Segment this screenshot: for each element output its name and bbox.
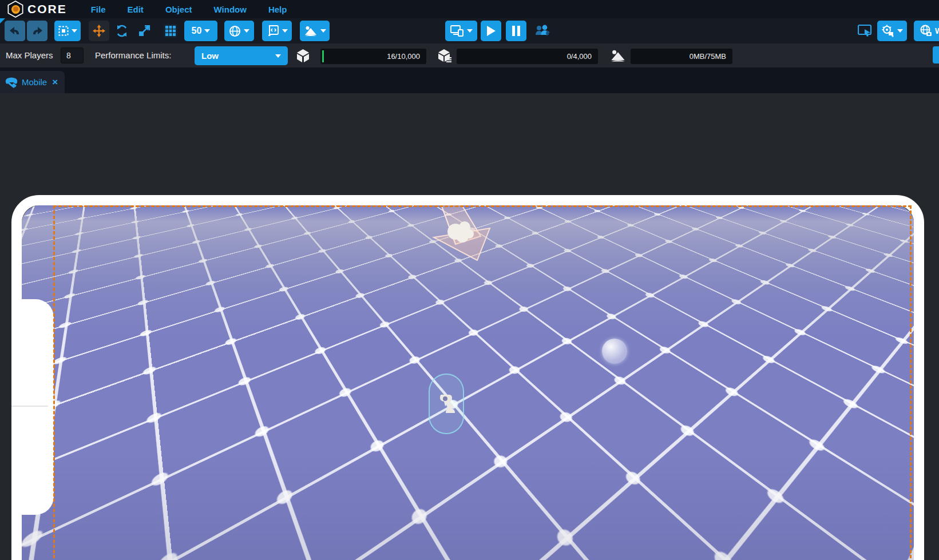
performance-limits-label: Performance Limits:	[95, 50, 171, 60]
menu-object[interactable]: Object	[165, 5, 192, 14]
max-players-input[interactable]	[61, 47, 84, 63]
grid-snap-button[interactable]	[161, 21, 180, 41]
terrain-icon	[304, 25, 318, 37]
move-tool-button[interactable]	[89, 21, 109, 41]
multiplayer-preview-button[interactable]	[532, 21, 553, 41]
core-logo-icon	[7, 1, 24, 18]
script-dropdown[interactable]	[262, 21, 292, 41]
cinematic-camera-dropdown[interactable]	[877, 21, 907, 41]
menu-window[interactable]: Window	[214, 5, 247, 14]
redo-button[interactable]	[27, 21, 47, 41]
snap-size-value: 50	[192, 26, 202, 36]
networked-object-count-meter: 0/4,000	[457, 49, 598, 64]
safe-area-outline	[53, 205, 912, 560]
chevron-down-icon	[320, 29, 326, 35]
terrain-dropdown[interactable]	[300, 21, 330, 41]
chevron-down-icon	[282, 29, 288, 35]
device-frame-left-bulge	[11, 299, 54, 515]
viewport-panel: Z X Y	[0, 93, 939, 560]
snap-size-dropdown[interactable]: 50	[184, 21, 217, 41]
world-capture-button[interactable]: W	[914, 21, 939, 41]
rotate-tool-icon	[115, 24, 129, 38]
play-icon	[486, 26, 496, 36]
undo-button[interactable]	[5, 21, 25, 41]
menu-items: File Edit Object Window Help	[91, 5, 287, 14]
multiplayer-icon	[534, 23, 550, 38]
object-count-icon	[295, 48, 311, 63]
performance-limits-value: Low	[201, 51, 219, 61]
toolbar: 50	[0, 18, 939, 43]
device-preview-icon	[450, 25, 464, 37]
max-players-label: Max Players	[6, 50, 53, 60]
scale-tool-icon	[137, 24, 151, 38]
core-logo: core	[7, 1, 67, 18]
pause-icon	[512, 26, 520, 36]
grid-icon	[164, 24, 177, 38]
tab-mobile[interactable]: Mobile ×	[0, 71, 65, 93]
scale-tool-button[interactable]	[134, 21, 154, 41]
select-tool-dropdown[interactable]	[54, 21, 81, 41]
performance-bar: Max Players Performance Limits: Low 16/1…	[0, 43, 939, 67]
script-icon	[267, 25, 279, 37]
performance-limits-dropdown[interactable]: Low	[195, 46, 288, 65]
menu-bar: core File Edit Object Window Help	[0, 0, 939, 18]
globe-camera-icon	[920, 25, 932, 37]
chevron-down-icon	[244, 29, 249, 35]
menu-help[interactable]: Help	[268, 5, 287, 14]
camera-bot-icon	[881, 25, 894, 37]
chevron-down-icon	[467, 29, 473, 35]
monitor-cursor-icon	[858, 24, 873, 38]
chevron-down-icon	[204, 29, 210, 35]
tab-close-icon[interactable]: ×	[52, 77, 58, 88]
terrain-memory-meter: 0MB/75MB	[631, 49, 732, 64]
menu-edit[interactable]: Edit	[128, 5, 144, 14]
screen-share-button[interactable]	[856, 21, 874, 41]
tab-mobile-label: Mobile	[22, 77, 47, 87]
chevron-down-icon	[275, 54, 281, 61]
core-editor-window: core File Edit Object Window Help	[0, 0, 939, 560]
rotate-tool-button[interactable]	[112, 21, 132, 41]
core-logo-wordmark: core	[27, 2, 67, 16]
play-button[interactable]	[481, 21, 501, 41]
device-preview-dropdown[interactable]	[445, 21, 477, 41]
globe-icon	[229, 25, 241, 37]
move-tool-icon	[93, 25, 105, 37]
tab-bar: Mobile ×	[0, 67, 939, 93]
networked-object-count-value: 0/4,000	[567, 52, 592, 61]
redo-icon	[31, 25, 43, 37]
terrain-memory-icon	[610, 48, 626, 63]
device-frame-seam	[11, 406, 48, 407]
chevron-down-icon	[72, 29, 77, 35]
networked-object-count-icon	[437, 48, 453, 63]
object-count-progress	[322, 50, 324, 62]
object-count-meter: 16/10,000	[320, 49, 426, 64]
chevron-down-icon	[897, 29, 903, 35]
world-capture-label: W	[935, 26, 939, 35]
menu-file[interactable]: File	[91, 5, 106, 14]
select-tool-icon	[58, 26, 69, 36]
undo-icon	[9, 25, 21, 37]
clipped-edge-button[interactable]	[933, 46, 939, 63]
terrain-memory-value: 0MB/75MB	[690, 52, 726, 61]
world-space-dropdown[interactable]	[224, 21, 254, 41]
gamepad-hammer-icon	[5, 77, 18, 88]
pause-button[interactable]	[506, 21, 526, 41]
object-count-value: 16/10,000	[387, 52, 420, 61]
